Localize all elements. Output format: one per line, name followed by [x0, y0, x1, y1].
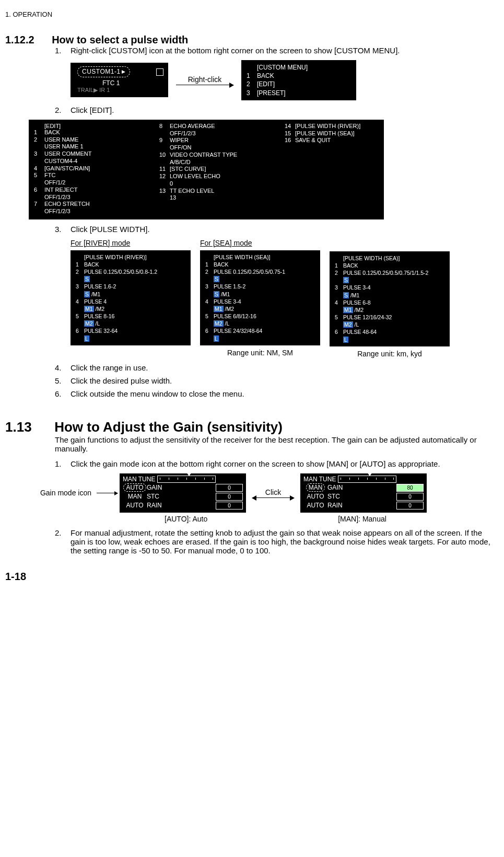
menu-item[interactable]: 2PULSE 0.125/0.25/0.5/0.75/1/1.5-2 [335, 269, 444, 276]
menu-item[interactable]: 1BACK [34, 129, 159, 136]
menu-item[interactable]: 15[PULSE WIDTH (SEA)] [285, 130, 379, 137]
menu-item[interactable]: 8ECHO AVERAGE [159, 123, 285, 130]
step-number: 4. [55, 363, 71, 372]
menu-item[interactable]: 4PULSE 4 [76, 298, 185, 305]
menu-item[interactable]: 5PULSE 6/8/12-16 [205, 312, 315, 320]
menu-item[interactable]: OFF/1/2 [34, 179, 159, 187]
menu-item[interactable]: 6PULSE 48-64 [335, 328, 444, 335]
menu-item[interactable]: 2PULSE 0.125/0.25/0.5/0.75-1 [205, 268, 315, 275]
step-number: 2. [55, 106, 71, 114]
menu-item[interactable]: 3PULSE 1.5-2 [205, 283, 315, 290]
menu-item[interactable]: S [76, 275, 185, 283]
save-icon[interactable] [156, 68, 163, 76]
menu-item[interactable]: 5PULSE 12/16/24-32 [335, 314, 444, 321]
menu-item[interactable]: M2 /L [205, 320, 315, 327]
menu-item[interactable]: 2USER NAME [34, 136, 159, 144]
menu-item[interactable]: L [205, 335, 315, 342]
arrow-icon [176, 85, 233, 85]
menu-item[interactable]: 5FTC [34, 172, 159, 179]
menu-item[interactable]: M1 /M2 [205, 305, 315, 312]
rightclick-label: Right-click [188, 75, 222, 84]
menu-item[interactable]: 4PULSE 6-8 [335, 299, 444, 306]
menu-item[interactable]: CUSTOM4-4 [34, 158, 159, 165]
step-6: 6. Click outside the menu window to clos… [55, 389, 499, 398]
menu-item[interactable]: 0 [159, 180, 285, 188]
step-text: For manual adjustment, rotate the settin… [71, 528, 499, 555]
menu-item[interactable]: 1BACK [335, 262, 444, 269]
gain-value[interactable]: 0 [396, 502, 424, 509]
menu-item[interactable]: 4PULSE 3-4 [205, 298, 315, 305]
range-unit-km: Range unit: km, kyd [330, 350, 450, 358]
menu-item[interactable]: M2 /L [76, 320, 185, 327]
menu-item[interactable]: 12LOW LEVEL ECHO [159, 173, 285, 180]
step-1: 1. Right-click [CUSTOM] icon at the bott… [55, 46, 499, 55]
menu-item[interactable]: 1BACK [205, 261, 315, 268]
menu-item[interactable]: OFF/ON [159, 144, 285, 152]
menu-item[interactable]: 14[PULSE WIDTH (RIVER)] [285, 123, 379, 130]
menu-item[interactable]: 3PULSE 3-4 [335, 284, 444, 291]
menu-item[interactable]: M2 /L [335, 321, 444, 328]
menu-item[interactable]: 11[STC CURVE] [159, 166, 285, 173]
man-caption: [MAN]: Manual [338, 515, 386, 523]
menu-item[interactable]: 9WIPER [159, 137, 285, 144]
section-number: 1.13 [5, 419, 52, 435]
custom-icon-panel: CUSTOM1-1 ▶ FTC 1 TRAIL▶ IR 1 [71, 63, 168, 97]
menu-item[interactable]: 3USER COMMENT [34, 150, 159, 158]
menu-item[interactable]: S /M1 [335, 292, 444, 299]
menu-item[interactable]: 6PULSE 32-64 [76, 327, 185, 334]
menu-item[interactable]: OFF/1/2/3 [34, 208, 159, 215]
menu-item[interactable]: 16SAVE & QUIT [285, 137, 379, 144]
menu-item[interactable]: 4[GAIN/STC/RAIN] [34, 165, 159, 172]
gain-row: AUTOSTC0 [303, 493, 424, 501]
menu-item[interactable]: 6PULSE 24/32/48-64 [205, 327, 315, 334]
custom-icon-button[interactable]: CUSTOM1-1 ▶ [77, 66, 130, 77]
gain-value[interactable]: 0 [396, 493, 424, 501]
gain-value[interactable]: 0 [216, 502, 243, 509]
gain-value[interactable]: 0 [216, 484, 243, 492]
menu-item[interactable]: M1 /M2 [335, 306, 444, 314]
menu-item[interactable]: 5PULSE 8-16 [76, 312, 185, 320]
step-number: 3. [55, 225, 71, 234]
custom-menu-panel: [CUSTOM MENU] 1 BACK 2 [EDIT] 3 [PRESET] [241, 60, 356, 100]
menu-item[interactable]: A/B/C/D [159, 159, 285, 166]
menu-item[interactable]: 6INT REJECT [34, 187, 159, 194]
menu-item[interactable]: S /M1 [76, 291, 185, 298]
step-2-gain: 2. For manual adjustment, rotate the set… [55, 528, 499, 555]
menu-item[interactable]: S /M1 [205, 291, 315, 298]
step-4: 4. Click the range in use. [55, 363, 499, 372]
menu-item[interactable]: 13TT ECHO LEVEL [159, 188, 285, 195]
click-arrow: Click [252, 488, 294, 498]
menu-item[interactable]: OFF/1/2/3 [159, 130, 285, 137]
gain-auto-panel: MAN TUNEAUTOGAIN0MANSTC0AUTORAIN0 [120, 473, 246, 513]
menu-item[interactable]: 13 [159, 194, 285, 202]
gain-value[interactable]: 0 [216, 493, 243, 501]
gain-mode-toggle[interactable]: AUTO [123, 483, 146, 492]
section-intro: The gain functions to adjust the sensiti… [55, 435, 499, 453]
menu-item[interactable]: S [335, 276, 444, 284]
gain-value[interactable]: 80 [396, 484, 424, 492]
highlight-ellipse-icon [386, 121, 497, 139]
auto-caption: [AUTO]: Auto [165, 515, 207, 523]
menu-item[interactable]: OFF/1/2/3 [34, 194, 159, 201]
menu-item[interactable]: USER NAME 1 [34, 143, 159, 150]
menu-item[interactable]: L [335, 336, 444, 343]
menu-item-edit[interactable]: 2 [EDIT] [247, 80, 351, 88]
menu-item[interactable]: 10VIDEO CONTRAST TYPE [159, 152, 285, 159]
gain-row: MANSTC0 [123, 493, 243, 501]
menu-item-preset[interactable]: 3 [PRESET] [247, 89, 351, 97]
menu-item[interactable]: 7ECHO STRETCH [34, 201, 159, 208]
section-number: 1.12.2 [5, 34, 50, 46]
menu-item[interactable]: L [76, 335, 185, 342]
gain-mode-toggle[interactable]: MAN [306, 483, 325, 492]
step-3: 3. Click [PULSE WIDTH]. [55, 225, 499, 234]
menu-item[interactable]: 3PULSE 1.6-2 [76, 283, 185, 290]
edit-col-1: [EDIT]1BACK2USER NAMEUSER NAME 13USER CO… [34, 123, 159, 215]
section-title: How to Adjust the Gain (sensitivity) [54, 419, 283, 435]
menu-item[interactable]: 1BACK [76, 261, 185, 268]
menu-item[interactable]: 2PULSE 0.125/0.25/0.5/0.8-1.2 [76, 268, 185, 275]
arrow-icon [97, 493, 118, 493]
menu-item[interactable]: S [205, 275, 315, 283]
step-number: 2. [55, 528, 71, 555]
menu-item-back[interactable]: 1 BACK [247, 72, 351, 80]
menu-item[interactable]: M1 /M2 [76, 305, 185, 312]
